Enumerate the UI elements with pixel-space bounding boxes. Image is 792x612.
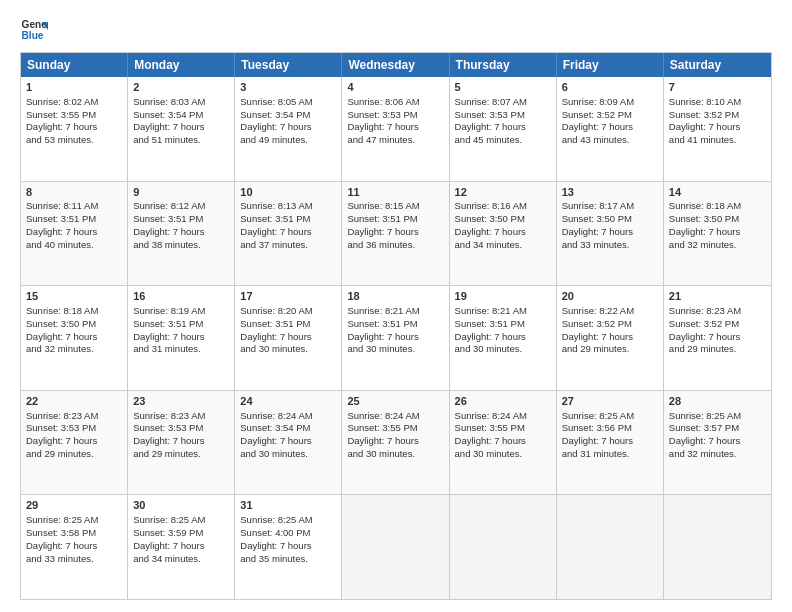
sunset-text: Sunset: 3:53 PM	[133, 422, 203, 433]
daylight-text: Daylight: 7 hours	[669, 435, 740, 446]
day-number: 13	[562, 185, 658, 200]
daylight-text: Daylight: 7 hours	[455, 331, 526, 342]
daylight-text: Daylight: 7 hours	[669, 331, 740, 342]
calendar-cell: 15Sunrise: 8:18 AMSunset: 3:50 PMDayligh…	[21, 286, 128, 390]
day-number: 8	[26, 185, 122, 200]
sunrise-text: Sunrise: 8:10 AM	[669, 96, 741, 107]
daylight-minutes: and 30 minutes.	[455, 343, 523, 354]
sunrise-text: Sunrise: 8:25 AM	[562, 410, 634, 421]
calendar-row-1: 1Sunrise: 8:02 AMSunset: 3:55 PMDaylight…	[21, 77, 771, 181]
calendar-cell: 22Sunrise: 8:23 AMSunset: 3:53 PMDayligh…	[21, 391, 128, 495]
sunrise-text: Sunrise: 8:15 AM	[347, 200, 419, 211]
daylight-minutes: and 29 minutes.	[562, 343, 630, 354]
daylight-minutes: and 29 minutes.	[133, 448, 201, 459]
calendar-cell: 29Sunrise: 8:25 AMSunset: 3:58 PMDayligh…	[21, 495, 128, 599]
day-number: 26	[455, 394, 551, 409]
daylight-text: Daylight: 7 hours	[669, 226, 740, 237]
calendar-cell: 11Sunrise: 8:15 AMSunset: 3:51 PMDayligh…	[342, 182, 449, 286]
day-number: 5	[455, 80, 551, 95]
sunrise-text: Sunrise: 8:23 AM	[669, 305, 741, 316]
sunrise-text: Sunrise: 8:24 AM	[455, 410, 527, 421]
daylight-text: Daylight: 7 hours	[133, 540, 204, 551]
daylight-minutes: and 43 minutes.	[562, 134, 630, 145]
calendar-cell: 20Sunrise: 8:22 AMSunset: 3:52 PMDayligh…	[557, 286, 664, 390]
daylight-minutes: and 30 minutes.	[347, 343, 415, 354]
sunrise-text: Sunrise: 8:25 AM	[26, 514, 98, 525]
calendar-cell: 13Sunrise: 8:17 AMSunset: 3:50 PMDayligh…	[557, 182, 664, 286]
sunset-text: Sunset: 3:54 PM	[240, 109, 310, 120]
daylight-minutes: and 45 minutes.	[455, 134, 523, 145]
calendar-cell: 30Sunrise: 8:25 AMSunset: 3:59 PMDayligh…	[128, 495, 235, 599]
day-number: 17	[240, 289, 336, 304]
calendar: SundayMondayTuesdayWednesdayThursdayFrid…	[20, 52, 772, 600]
daylight-text: Daylight: 7 hours	[133, 435, 204, 446]
sunrise-text: Sunrise: 8:25 AM	[240, 514, 312, 525]
sunrise-text: Sunrise: 8:25 AM	[669, 410, 741, 421]
daylight-text: Daylight: 7 hours	[240, 226, 311, 237]
calendar-cell: 6Sunrise: 8:09 AMSunset: 3:52 PMDaylight…	[557, 77, 664, 181]
sunset-text: Sunset: 3:51 PM	[455, 318, 525, 329]
calendar-cell: 2Sunrise: 8:03 AMSunset: 3:54 PMDaylight…	[128, 77, 235, 181]
day-number: 16	[133, 289, 229, 304]
daylight-text: Daylight: 7 hours	[562, 331, 633, 342]
calendar-cell	[450, 495, 557, 599]
sunset-text: Sunset: 3:52 PM	[669, 318, 739, 329]
sunrise-text: Sunrise: 8:12 AM	[133, 200, 205, 211]
sunset-text: Sunset: 3:52 PM	[562, 318, 632, 329]
day-number: 14	[669, 185, 766, 200]
sunrise-text: Sunrise: 8:18 AM	[669, 200, 741, 211]
daylight-minutes: and 33 minutes.	[562, 239, 630, 250]
daylight-minutes: and 40 minutes.	[26, 239, 94, 250]
daylight-minutes: and 38 minutes.	[133, 239, 201, 250]
calendar-cell: 23Sunrise: 8:23 AMSunset: 3:53 PMDayligh…	[128, 391, 235, 495]
daylight-text: Daylight: 7 hours	[133, 226, 204, 237]
calendar-cell: 7Sunrise: 8:10 AMSunset: 3:52 PMDaylight…	[664, 77, 771, 181]
page: General Blue SundayMondayTuesdayWednesda…	[0, 0, 792, 612]
sunset-text: Sunset: 3:54 PM	[133, 109, 203, 120]
header-cell-saturday: Saturday	[664, 53, 771, 77]
calendar-cell: 12Sunrise: 8:16 AMSunset: 3:50 PMDayligh…	[450, 182, 557, 286]
sunrise-text: Sunrise: 8:07 AM	[455, 96, 527, 107]
day-number: 21	[669, 289, 766, 304]
sunset-text: Sunset: 3:55 PM	[26, 109, 96, 120]
daylight-minutes: and 47 minutes.	[347, 134, 415, 145]
day-number: 15	[26, 289, 122, 304]
daylight-minutes: and 32 minutes.	[669, 448, 737, 459]
calendar-cell: 25Sunrise: 8:24 AMSunset: 3:55 PMDayligh…	[342, 391, 449, 495]
daylight-minutes: and 37 minutes.	[240, 239, 308, 250]
sunrise-text: Sunrise: 8:20 AM	[240, 305, 312, 316]
sunrise-text: Sunrise: 8:11 AM	[26, 200, 98, 211]
daylight-minutes: and 31 minutes.	[562, 448, 630, 459]
sunrise-text: Sunrise: 8:19 AM	[133, 305, 205, 316]
day-number: 1	[26, 80, 122, 95]
sunset-text: Sunset: 3:50 PM	[669, 213, 739, 224]
svg-text:Blue: Blue	[22, 30, 44, 41]
daylight-minutes: and 51 minutes.	[133, 134, 201, 145]
calendar-cell: 5Sunrise: 8:07 AMSunset: 3:53 PMDaylight…	[450, 77, 557, 181]
header: General Blue	[20, 16, 772, 44]
daylight-text: Daylight: 7 hours	[562, 226, 633, 237]
day-number: 24	[240, 394, 336, 409]
day-number: 30	[133, 498, 229, 513]
day-number: 27	[562, 394, 658, 409]
daylight-text: Daylight: 7 hours	[26, 331, 97, 342]
daylight-text: Daylight: 7 hours	[26, 121, 97, 132]
header-cell-tuesday: Tuesday	[235, 53, 342, 77]
sunset-text: Sunset: 3:53 PM	[347, 109, 417, 120]
daylight-text: Daylight: 7 hours	[347, 435, 418, 446]
daylight-text: Daylight: 7 hours	[455, 121, 526, 132]
calendar-cell: 28Sunrise: 8:25 AMSunset: 3:57 PMDayligh…	[664, 391, 771, 495]
sunset-text: Sunset: 3:51 PM	[240, 213, 310, 224]
sunrise-text: Sunrise: 8:24 AM	[240, 410, 312, 421]
sunset-text: Sunset: 3:51 PM	[133, 213, 203, 224]
day-number: 25	[347, 394, 443, 409]
sunset-text: Sunset: 3:56 PM	[562, 422, 632, 433]
sunrise-text: Sunrise: 8:05 AM	[240, 96, 312, 107]
sunrise-text: Sunrise: 8:21 AM	[455, 305, 527, 316]
calendar-row-2: 8Sunrise: 8:11 AMSunset: 3:51 PMDaylight…	[21, 181, 771, 286]
day-number: 12	[455, 185, 551, 200]
daylight-minutes: and 32 minutes.	[26, 343, 94, 354]
calendar-cell: 19Sunrise: 8:21 AMSunset: 3:51 PMDayligh…	[450, 286, 557, 390]
calendar-header: SundayMondayTuesdayWednesdayThursdayFrid…	[21, 53, 771, 77]
daylight-text: Daylight: 7 hours	[455, 435, 526, 446]
